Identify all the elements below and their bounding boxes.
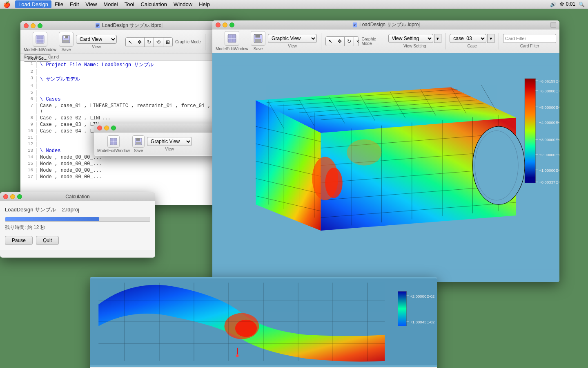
traffic-lights-small [97,126,116,130]
svg-text:+3.00000E+07: +3.00000E+07 [539,137,559,142]
scale-btn[interactable]: ⟲ [154,38,163,47]
svg-rect-107 [398,292,406,326]
case-dropdown[interactable]: ▼ [487,34,494,43]
svg-rect-27 [232,35,236,38]
graphic-save-btn[interactable] [251,31,265,46]
pointer-btn[interactable]: ↖ [126,38,135,47]
card-view-select[interactable]: Card View [76,35,117,44]
menubar-right: 🔊 金 0:01 🔍 [550,1,585,8]
volume-icon[interactable]: 🔊 [550,2,556,7]
graphic-view-select[interactable]: Graphic View [268,34,317,43]
quit-button[interactable]: Quit [36,236,59,245]
apple-menu[interactable]: 🍎 [3,1,10,8]
svg-rect-16 [111,141,113,144]
file-icon [95,23,100,29]
menu-help[interactable]: Help [196,0,213,8]
small-model-edit-btn[interactable] [107,135,120,148]
graphic2-content[interactable]: +2.00000E-02 +1.00043E-02 [90,277,437,367]
svg-rect-14 [111,138,113,141]
view-setting-label: View Setting [403,44,426,48]
svg-rect-24 [354,25,355,26]
calc-min[interactable] [10,194,15,199]
case-select[interactable]: case_03 [450,34,486,43]
resize-btn[interactable] [550,22,556,28]
graphic-max[interactable] [229,22,234,27]
traffic-lights [24,23,42,28]
code-line-17: 17 Node , node_00_00_... [20,174,237,180]
model-edit-label: ModelEditWindow [24,47,56,52]
view-setting-select[interactable]: View Setting [388,34,433,43]
menu-view[interactable]: View [82,0,100,8]
toolbar-separator2 [205,34,205,50]
svg-rect-29 [232,39,236,42]
card-toolbar: ModelEditWindow Save Card View Vie [20,30,237,54]
code-line-15: 15 Node , node_00_00_... [20,161,237,167]
small-view-select[interactable]: Graphic View [147,137,192,146]
svg-text:+6.06159E+07: +6.06159E+07 [539,79,559,83]
calc-max[interactable] [17,194,22,199]
svg-point-113 [236,355,238,357]
g-move-btn[interactable]: ✥ [335,37,345,46]
g-pointer-btn[interactable]: ↖ [326,37,335,46]
card-filter-input[interactable] [503,34,556,43]
graphic-mode-label: Graphic Mode [175,40,201,44]
menu-tool[interactable]: Tool [121,0,138,8]
calc-buttons: Pause Quit [5,236,150,245]
graphic-min[interactable] [223,22,227,27]
menubar: 🍎 Load Design File Edit View Model Tool … [0,0,588,9]
graphic-mode-label: Graphic Mode [361,37,379,46]
save-button[interactable] [59,32,74,47]
svg-point-95 [235,320,257,337]
close-button[interactable] [24,23,29,28]
pause-button[interactable]: Pause [5,236,33,245]
small-close[interactable] [97,126,102,130]
fea-visualization: +6.06159E+07 +6.00000E+07 +5.00000E+07 +… [212,53,559,282]
col-rowno: Row No. [24,55,48,60]
menu-window[interactable]: Window [170,0,196,8]
svg-text:+1.00043E-02: +1.00043E-02 [410,320,434,324]
desktop: LoadDesign サンプル.ldproj ModelEditWindow [0,9,588,368]
code-line-7: 7 Case , case_01 , LINEAR_STATIC , restr… [20,103,237,115]
model-edit-window-button[interactable] [33,32,47,47]
card-filter-label: Card Filter [520,44,539,48]
graphic-close[interactable] [216,22,220,27]
g-rotate-btn[interactable]: ↻ [345,37,354,46]
svg-rect-8 [40,40,43,43]
minimize-button[interactable] [31,23,36,28]
small-max[interactable] [111,126,116,130]
small-save-icon [134,137,143,146]
menu-file[interactable]: File [51,0,67,8]
menu-calculation[interactable]: Calculation [138,0,170,8]
small-toolbar: ModelEditWindow Save Graphic View View [94,132,220,155]
svg-point-74 [325,168,343,198]
code-line-8: 8 Case , case_02 , LINF... [20,115,237,121]
card-window-titlebar: LoadDesign サンプル.ldproj [20,21,237,30]
view-setting-dropdown[interactable]: ▼ [434,34,441,43]
small-save-btn[interactable] [132,135,145,148]
calc-close[interactable] [3,194,8,199]
svg-rect-6 [40,36,43,39]
maximize-button[interactable] [38,23,42,28]
small-min[interactable] [104,126,109,130]
time-remaining: 残り時間: 約 12 秒 [5,224,150,231]
progress-bar-container [5,217,150,222]
menu-load-design[interactable]: Load Design [15,0,51,8]
svg-point-75 [347,139,381,166]
graphic-sep1 [321,33,321,49]
small-model-edit-label: ModelEditWindow [97,148,130,153]
g-scale-btn[interactable]: ⟲ [354,37,359,46]
move-btn[interactable]: ✥ [135,38,145,47]
graphic-mode-buttons: ↖ ✥ ↻ ⟲ ⊞ [325,36,359,46]
svg-rect-32 [255,39,261,42]
graphic-window2: +2.00000E-02 +1.00043E-02 Cards in Windo… [90,277,437,368]
menu-model[interactable]: Model [100,0,121,8]
svg-rect-15 [114,138,116,141]
fit-btn[interactable]: ⊞ [163,38,172,47]
graphic-content[interactable]: +6.06159E+07 +6.00000E+07 +5.00000E+07 +… [212,53,559,282]
svg-rect-26 [228,35,232,38]
search-icon[interactable]: 🔍 [579,2,585,7]
rotate-btn[interactable]: ↻ [145,38,154,47]
menu-edit[interactable]: Edit [67,0,82,8]
graphic-model-edit-group: ModelEditWindow [216,31,248,51]
graphic-model-edit-btn[interactable] [225,31,239,46]
